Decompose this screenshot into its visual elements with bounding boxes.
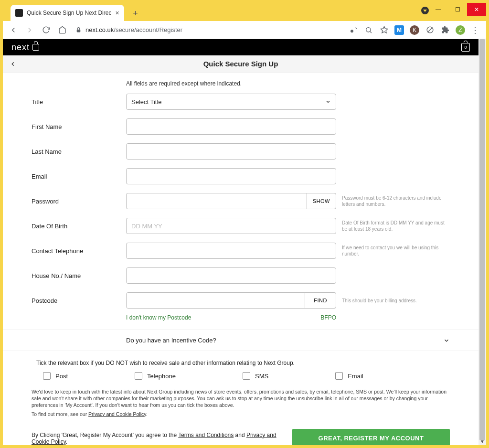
site-logo[interactable]: next <box>11 43 39 53</box>
phone-input[interactable] <box>126 243 336 259</box>
marketing-note: Tick the relevant box if you DO NOT wish… <box>36 360 450 366</box>
home-button[interactable] <box>55 23 69 37</box>
page-content: next 0 Quick Secure Sign Up All fields a… <box>3 39 478 445</box>
dont-know-postcode-link[interactable]: I don't know my Postcode <box>126 314 191 321</box>
svg-line-6 <box>427 28 432 32</box>
toolbar-icons: M K Z ⋮ <box>349 25 482 35</box>
marketing-checkboxes: Post Telephone SMS Email <box>43 372 450 380</box>
post-checkbox[interactable]: Post <box>43 372 68 380</box>
chevron-down-icon <box>443 337 450 344</box>
tab-title: Quick Secure Sign Up Next Direc <box>27 10 111 16</box>
extension-k-icon[interactable]: K <box>410 25 419 35</box>
title-select[interactable]: Select Title <box>126 94 336 110</box>
url-path: /secure/account/Register <box>114 26 182 33</box>
minimize-button[interactable]: ― <box>429 3 448 16</box>
account-indicator-icon[interactable] <box>421 7 429 14</box>
svg-point-2 <box>366 27 371 32</box>
title-label: Title <box>32 98 126 106</box>
svg-line-3 <box>370 31 372 32</box>
email-input[interactable] <box>126 168 336 184</box>
page-sub-header: Quick Secure Sign Up <box>3 55 478 73</box>
svg-rect-0 <box>77 30 81 32</box>
email-checkbox[interactable]: Email <box>335 372 363 380</box>
bag-count: 0 <box>464 45 467 50</box>
incentive-toggle[interactable]: Do you have an Incentive Code? <box>3 330 478 351</box>
browser-window: Quick Secure Sign Up Next Direc × + ― ☐ … <box>3 3 486 445</box>
svg-marker-4 <box>381 26 387 32</box>
last-name-label: Last Name <box>32 148 126 155</box>
telephone-checkbox[interactable]: Telephone <box>135 372 176 380</box>
menu-dots-icon[interactable]: ⋮ <box>471 25 479 35</box>
close-window-button[interactable]: ✕ <box>467 3 486 16</box>
tab-close-icon[interactable]: × <box>115 9 119 17</box>
lock-icon <box>75 27 82 33</box>
bookmark-star-icon[interactable] <box>379 25 389 35</box>
title-select-value: Select Title <box>131 98 162 106</box>
house-input[interactable] <box>126 267 336 284</box>
marketing-disclaimer: We'd love to keep in touch with the late… <box>32 388 450 409</box>
extension-block-icon[interactable] <box>425 25 435 35</box>
marketing-disclaimer-more: To find out more, see our Privacy and Co… <box>32 411 450 417</box>
extension-m-icon[interactable]: M <box>394 25 404 35</box>
password-key-icon[interactable] <box>349 25 358 35</box>
required-note: All fields are required except where ind… <box>126 80 450 87</box>
browser-tab[interactable]: Quick Secure Sign Up Next Direc × <box>11 5 124 21</box>
lock-icon <box>32 44 39 51</box>
signup-form: All fields are required except where ind… <box>3 73 478 445</box>
phone-label: Contact Telephone <box>32 247 126 255</box>
page-title: Quick Secure Sign Up <box>203 60 278 68</box>
dob-input[interactable] <box>126 218 336 234</box>
viewport: next 0 Quick Secure Sign Up All fields a… <box>3 39 486 445</box>
password-hint: Password must be 6-12 characters and inc… <box>342 195 447 207</box>
dob-label: Date Of Birth <box>32 223 126 230</box>
terms-link[interactable]: Terms and Conditions <box>178 432 234 438</box>
window-controls: ― ☐ ✕ <box>429 3 486 16</box>
chevron-down-icon <box>325 99 331 105</box>
titlebar: Quick Secure Sign Up Next Direc × + ― ☐ … <box>3 3 486 21</box>
find-postcode-button[interactable]: FIND <box>305 292 336 309</box>
maximize-button[interactable]: ☐ <box>448 3 467 16</box>
scrollbar-thumb[interactable] <box>479 39 485 440</box>
scroll-down-icon[interactable]: ▼ <box>478 437 486 445</box>
new-tab-button[interactable]: + <box>129 7 142 20</box>
register-button[interactable]: GREAT, REGISTER MY ACCOUNT <box>292 429 450 445</box>
logo-text: next <box>11 43 30 53</box>
password-input[interactable] <box>126 193 336 209</box>
forward-button[interactable] <box>23 23 36 37</box>
show-password-button[interactable]: SHOW <box>307 193 336 209</box>
zoom-icon[interactable] <box>364 25 373 35</box>
privacy-link[interactable]: Privacy and Cookie Policy <box>88 411 146 417</box>
postcode-label: Postcode <box>32 297 126 304</box>
phone-hint: If we need to contact you we will be usi… <box>342 245 447 257</box>
url-field[interactable]: next.co.uk/secure/account/Register <box>72 26 346 33</box>
password-label: Password <box>32 198 126 205</box>
profile-avatar[interactable]: Z <box>456 25 465 35</box>
sms-checkbox[interactable]: SMS <box>243 372 268 380</box>
favicon <box>15 9 23 17</box>
url-domain: next.co.uk <box>85 26 114 33</box>
bfpo-link[interactable]: BFPO <box>320 314 336 321</box>
extensions-icon[interactable] <box>440 25 450 35</box>
scrollbar[interactable]: ▼ <box>478 39 486 445</box>
back-button[interactable] <box>7 23 20 37</box>
last-name-input[interactable] <box>126 143 336 160</box>
address-bar: next.co.uk/secure/account/Register M K Z… <box>3 21 486 39</box>
reload-button[interactable] <box>39 23 53 37</box>
house-label: House No./ Name <box>32 272 126 279</box>
back-chevron-icon[interactable] <box>10 61 16 67</box>
agree-text: By Clicking 'Great, Register My Account'… <box>32 432 283 445</box>
svg-point-1 <box>351 30 353 32</box>
first-name-input[interactable] <box>126 118 336 135</box>
incentive-label: Do you have an Incentive Code? <box>126 337 216 344</box>
site-header: next 0 <box>3 39 478 55</box>
email-label: Email <box>32 173 126 180</box>
first-name-label: First Name <box>32 123 126 130</box>
shopping-bag-icon[interactable]: 0 <box>461 43 470 52</box>
postcode-hint: This should be your billing address. <box>342 298 447 304</box>
dob-hint: Date Of Birth format is DD MM YY and age… <box>342 220 447 232</box>
